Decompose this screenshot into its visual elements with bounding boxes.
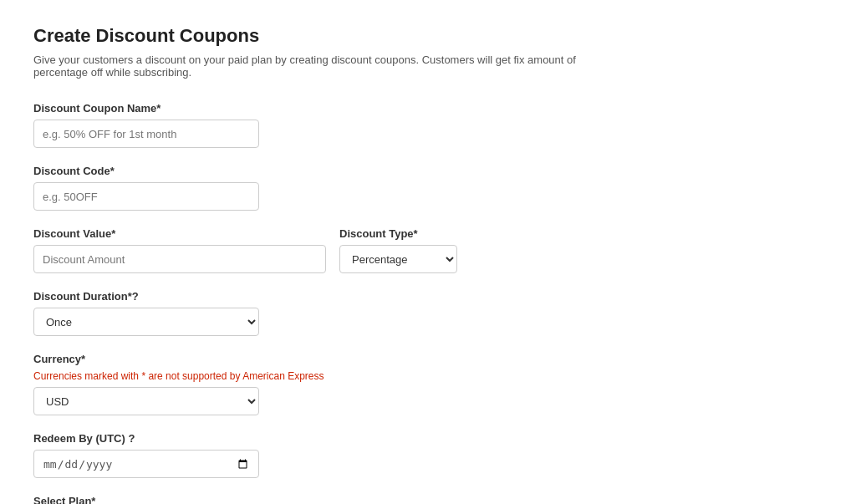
discount-value-field: Discount Value* <box>33 227 326 273</box>
coupon-code-label: Discount Code* <box>33 165 823 177</box>
coupon-code-input[interactable] <box>33 182 259 211</box>
currency-note: Currencies marked with * are not support… <box>33 370 823 382</box>
coupon-name-input[interactable] <box>33 120 259 148</box>
discount-duration-group: Discount Duration*? Once Repeating Forev… <box>33 290 823 336</box>
discount-value-input[interactable] <box>33 245 326 273</box>
select-plan-label: Select Plan* <box>33 495 823 504</box>
coupon-name-label: Discount Coupon Name* <box>33 102 823 115</box>
discount-type-field: Discount Type* Percentage Fixed Amount <box>339 227 457 273</box>
coupon-code-group: Discount Code* <box>33 165 823 211</box>
page-title: Create Discount Coupons <box>33 25 823 47</box>
currency-group: Currency* Currencies marked with * are n… <box>33 353 823 415</box>
discount-type-label: Discount Type* <box>339 227 457 240</box>
coupon-name-group: Discount Coupon Name* <box>33 102 823 148</box>
discount-value-type-group: Discount Value* Discount Type* Percentag… <box>33 227 823 273</box>
discount-type-select[interactable]: Percentage Fixed Amount <box>339 245 457 273</box>
select-plan-group: Select Plan* Basic Plan Pro Plan Enterpr… <box>33 495 823 504</box>
discount-value-label: Discount Value* <box>33 227 326 240</box>
discount-duration-select[interactable]: Once Repeating Forever <box>33 308 259 336</box>
discount-duration-label: Discount Duration*? <box>33 290 823 303</box>
page-description: Give your customers a discount on your p… <box>33 53 619 79</box>
currency-label: Currency* <box>33 353 823 365</box>
redeem-by-group: Redeem By (UTC) ? <box>33 432 823 478</box>
currency-select[interactable]: USD EUR GBP CAD AUD <box>33 387 259 415</box>
redeem-by-label: Redeem By (UTC) ? <box>33 432 823 445</box>
redeem-by-input[interactable] <box>33 450 259 478</box>
